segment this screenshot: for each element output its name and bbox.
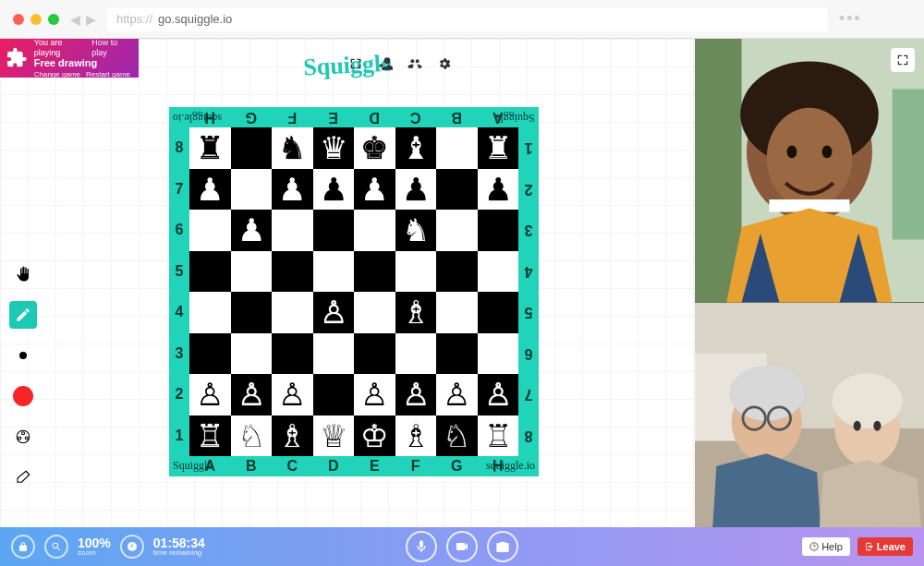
- color-picker-icon[interactable]: [9, 423, 37, 451]
- square[interactable]: [272, 292, 313, 333]
- square[interactable]: [313, 374, 355, 415]
- add-user-icon[interactable]: [373, 52, 397, 76]
- maximize-window-icon[interactable]: [48, 14, 59, 25]
- how-to-play-link[interactable]: How to play: [91, 38, 133, 58]
- gear-icon[interactable]: [432, 52, 456, 76]
- square[interactable]: [478, 292, 519, 333]
- expand-icon[interactable]: [891, 48, 915, 72]
- square[interactable]: [272, 251, 313, 293]
- minimize-window-icon[interactable]: [30, 14, 42, 25]
- square[interactable]: [231, 251, 273, 293]
- square[interactable]: ♞: [272, 127, 313, 169]
- square[interactable]: [436, 210, 478, 251]
- pencil-tool-icon[interactable]: [9, 301, 37, 329]
- square[interactable]: ♙: [272, 374, 313, 415]
- square[interactable]: ♙: [313, 292, 355, 333]
- square[interactable]: ♚: [354, 127, 395, 169]
- square[interactable]: ♙: [354, 374, 395, 415]
- square[interactable]: ♛: [313, 127, 355, 169]
- square[interactable]: ♖: [189, 415, 231, 457]
- square[interactable]: ♙: [189, 374, 231, 415]
- square[interactable]: ♕: [313, 415, 355, 457]
- zoom-icon[interactable]: [44, 535, 68, 559]
- close-window-icon[interactable]: [13, 14, 24, 25]
- square[interactable]: ♘: [436, 415, 478, 457]
- forward-icon[interactable]: ▶: [86, 12, 96, 27]
- square[interactable]: [189, 333, 231, 375]
- square[interactable]: [313, 210, 355, 251]
- clock-icon[interactable]: [120, 535, 144, 559]
- square[interactable]: ♙: [395, 374, 437, 415]
- square[interactable]: [189, 292, 231, 333]
- board-grid[interactable]: ♜♞♛♚♝♜♟♟♟♟♟♟♟♞♙♗♙♙♙♙♙♙♙♖♘♗♕♔♗♘♖: [189, 127, 518, 456]
- square[interactable]: [272, 210, 313, 251]
- help-button[interactable]: ?Help: [802, 537, 850, 556]
- square[interactable]: ♟: [395, 169, 437, 211]
- square[interactable]: ♙: [436, 374, 478, 415]
- leave-button[interactable]: Leave: [857, 537, 913, 556]
- square[interactable]: ♔: [354, 415, 395, 457]
- square[interactable]: ♟: [313, 169, 355, 211]
- square[interactable]: ♟: [189, 169, 231, 211]
- square[interactable]: ♜: [478, 127, 519, 169]
- square[interactable]: [354, 292, 395, 333]
- url-host: go.squiggle.io: [158, 12, 232, 26]
- square[interactable]: ♟: [354, 169, 395, 211]
- chess-board[interactable]: squiggle.io Squiggle Squiggle squiggle.i…: [169, 107, 539, 476]
- square[interactable]: ♗: [272, 415, 313, 457]
- coord: 4: [169, 292, 189, 333]
- square[interactable]: [313, 251, 355, 293]
- change-game-link[interactable]: Change game: [34, 70, 80, 79]
- square[interactable]: ♗: [395, 292, 437, 333]
- square[interactable]: [313, 333, 355, 375]
- eraser-tool-icon[interactable]: [9, 464, 37, 491]
- lock-icon[interactable]: [11, 535, 35, 559]
- square[interactable]: [436, 333, 478, 375]
- square[interactable]: ♟: [478, 169, 519, 211]
- coord: 7: [169, 169, 189, 211]
- square[interactable]: [478, 333, 519, 375]
- square[interactable]: [231, 292, 273, 333]
- square[interactable]: ♘: [231, 415, 273, 457]
- square[interactable]: [436, 169, 478, 211]
- square[interactable]: ♙: [231, 374, 273, 415]
- video-icon[interactable]: [446, 531, 478, 562]
- square[interactable]: [436, 127, 478, 169]
- square[interactable]: [231, 169, 273, 211]
- square[interactable]: [436, 292, 478, 333]
- restart-game-link[interactable]: Restart game: [86, 70, 130, 79]
- video-tile-1[interactable]: [695, 39, 924, 303]
- square[interactable]: ♟: [272, 169, 313, 211]
- square[interactable]: [231, 333, 273, 375]
- square[interactable]: ♝: [395, 127, 437, 169]
- square[interactable]: [436, 251, 478, 293]
- url-bar[interactable]: https:// go.squiggle.io: [107, 7, 828, 31]
- square[interactable]: [354, 251, 395, 293]
- square[interactable]: [478, 210, 519, 251]
- square[interactable]: ♖: [478, 415, 519, 457]
- square[interactable]: [231, 127, 273, 169]
- square[interactable]: [395, 333, 437, 375]
- square[interactable]: [189, 210, 231, 251]
- stroke-size-icon[interactable]: [9, 342, 37, 369]
- square[interactable]: ♙: [478, 374, 519, 415]
- square[interactable]: [272, 333, 313, 375]
- mic-icon[interactable]: [406, 531, 437, 562]
- hand-tool-icon[interactable]: [9, 260, 37, 288]
- fullscreen-icon[interactable]: [344, 52, 368, 76]
- square[interactable]: [478, 251, 519, 293]
- square[interactable]: [189, 251, 231, 293]
- square[interactable]: [395, 251, 437, 293]
- square[interactable]: ♞: [395, 210, 437, 251]
- back-icon[interactable]: ◀: [70, 12, 80, 27]
- square[interactable]: ♗: [395, 415, 437, 457]
- square[interactable]: [354, 333, 395, 375]
- browser-menu-icon[interactable]: •••: [839, 9, 862, 29]
- camera-icon[interactable]: [487, 531, 518, 562]
- canvas-area[interactable]: You are playing How to play Free drawing…: [0, 39, 695, 566]
- color-swatch-icon[interactable]: [9, 382, 37, 410]
- square[interactable]: [354, 210, 395, 251]
- users-icon[interactable]: [403, 52, 427, 76]
- square[interactable]: ♜: [189, 127, 231, 169]
- square[interactable]: ♟: [231, 210, 273, 251]
